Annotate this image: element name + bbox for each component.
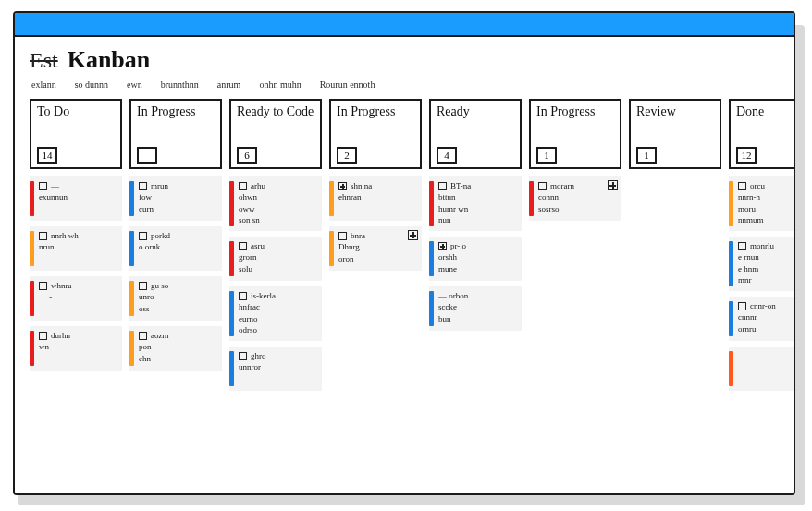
column-count-chip: 1 (536, 147, 557, 164)
column-title: Ready to Code (237, 105, 314, 119)
card-line: shn na (338, 181, 417, 191)
tab-item[interactable]: ewn (127, 79, 142, 90)
kanban-card[interactable]: BT-nabttunhumr wnnun (429, 176, 522, 231)
column-header[interactable]: Review1 (629, 99, 721, 169)
card-body: is-kerlahnfraceurnoodrso (239, 291, 317, 336)
kanban-card[interactable]: durhnwn (30, 326, 122, 371)
kanban-card[interactable]: aozmponehn (129, 326, 222, 371)
card-line: oss (139, 304, 217, 314)
card-text: o ornk (139, 242, 160, 252)
kanban-card[interactable]: is-kerlahnfraceurnoodrso (229, 286, 322, 341)
card-line: pr-.o (438, 241, 517, 251)
card-line: exunnun (39, 192, 117, 202)
checkbox-icon (338, 232, 347, 240)
card-text: oron (338, 254, 354, 264)
card-line: nnrh wh (39, 231, 117, 241)
content-area: Est Kanban exlann so dunnn ewn brunnthnn… (15, 37, 794, 391)
kanban-card[interactable]: nnrh whnrun (30, 226, 122, 271)
column-header[interactable]: In Progress1 (529, 99, 621, 169)
tab-item[interactable]: so dunnn (75, 79, 108, 90)
card-text: gu so (151, 281, 168, 291)
kanban-card[interactable]: shn naehnran (329, 176, 422, 221)
card-text: ehn (139, 354, 151, 364)
card-text: odrso (239, 325, 257, 335)
card-line: cnnnr (738, 312, 795, 322)
card-text: shn na (351, 181, 372, 191)
kanban-card[interactable]: morarnconnnsosrso (529, 176, 621, 221)
card-text: durhn (51, 331, 70, 341)
card-text: morarn (550, 181, 574, 191)
card-text: wn (39, 342, 49, 352)
card-line: oww (239, 204, 317, 214)
kanban-card[interactable]: monrlue rnune hnmmnr (729, 237, 795, 291)
column-header[interactable]: To Do14 (30, 99, 122, 169)
column-card-list: morarnconnnsosrso (529, 176, 621, 221)
column-header[interactable]: Ready to Code6 (229, 99, 322, 169)
card-text: bun (438, 314, 451, 324)
card-text: oww (239, 204, 255, 214)
column-count-chip: 12 (736, 147, 757, 164)
kanban-card[interactable]: whnra— - (30, 276, 122, 321)
card-text: nun (438, 215, 451, 225)
card-text: cnnr-on (750, 301, 776, 311)
card-body: monrlue rnune hnmmnr (738, 241, 795, 286)
kanban-card[interactable]: —exunnun (30, 176, 122, 221)
card-color-stripe (329, 231, 334, 266)
card-line: morarn (538, 181, 617, 191)
kanban-card[interactable]: cnnr-oncnnnrornru (729, 297, 795, 341)
tab-item[interactable]: exlann (31, 79, 56, 90)
card-line: wn (39, 342, 117, 352)
kanban-card[interactable]: ghrounnror (229, 347, 322, 391)
card-line: ohwn (239, 192, 317, 202)
card-line: hnfrac (239, 302, 317, 312)
card-line: curn (139, 204, 217, 214)
card-line: durhn (39, 331, 117, 341)
card-text: whnra (51, 281, 72, 291)
column-count-chip: 1 (636, 147, 657, 164)
kanban-card[interactable]: bnraDhnrgoron (329, 226, 422, 271)
tab-item[interactable]: anrum (217, 79, 241, 90)
card-color-stripe (229, 181, 234, 226)
card-line: arhu (239, 181, 317, 191)
column-header[interactable]: In Progress (129, 99, 222, 169)
tab-item[interactable]: brunnthnn (161, 79, 199, 90)
card-line: odrso (239, 325, 317, 335)
window-titlebar (15, 13, 794, 37)
card-line: porkd (139, 231, 217, 241)
card-body: —exunnun (39, 181, 117, 216)
card-body: asrugrornsolu (239, 241, 317, 276)
card-line: fow (139, 192, 217, 202)
card-text: bnra (351, 231, 365, 241)
plus-box-icon (408, 230, 418, 240)
card-text: orshh (438, 252, 457, 262)
tab-item[interactable]: onhn muhn (259, 79, 301, 90)
card-line: sccke (438, 302, 517, 312)
kanban-card[interactable]: porkdo ornk (129, 226, 222, 271)
card-text: e rnun (738, 252, 759, 262)
checkbox-icon (438, 182, 447, 190)
kanban-card[interactable]: pr-.oorshhmune (429, 237, 522, 281)
column-header[interactable]: Done12 (729, 99, 795, 169)
kanban-card[interactable]: — orbonscckebun (429, 286, 522, 331)
card-color-stripe (129, 281, 134, 316)
column-count-chip: 14 (37, 147, 57, 164)
kanban-card[interactable]: mrunfowcurn (129, 176, 222, 221)
card-body: pr-.oorshhmune (438, 241, 517, 276)
kanban-card[interactable] (729, 347, 795, 391)
kanban-card[interactable]: gu sounrooss (129, 276, 222, 321)
tab-item[interactable]: Rourun ennoth (320, 79, 375, 90)
column-header[interactable]: Ready4 (429, 99, 522, 169)
card-body: whnra— - (39, 281, 117, 316)
card-text: connn (538, 192, 559, 202)
card-line: nnmum (738, 215, 795, 225)
card-line: BT-na (438, 181, 517, 191)
column-header[interactable]: In Progress2 (329, 99, 422, 169)
card-text: monrlu (750, 241, 774, 251)
card-text: moru (738, 204, 756, 214)
kanban-card[interactable]: arhuohwnowwson sn (229, 176, 322, 231)
kanban-card[interactable]: asrugrornsolu (229, 237, 322, 281)
card-color-stripe (129, 231, 134, 266)
kanban-card[interactable]: orcunnrn-nmorunnmum (729, 176, 795, 231)
card-text: nnrh wh (51, 231, 79, 241)
column-card-list: shn naehnranbnraDhnrgoron (329, 176, 422, 271)
